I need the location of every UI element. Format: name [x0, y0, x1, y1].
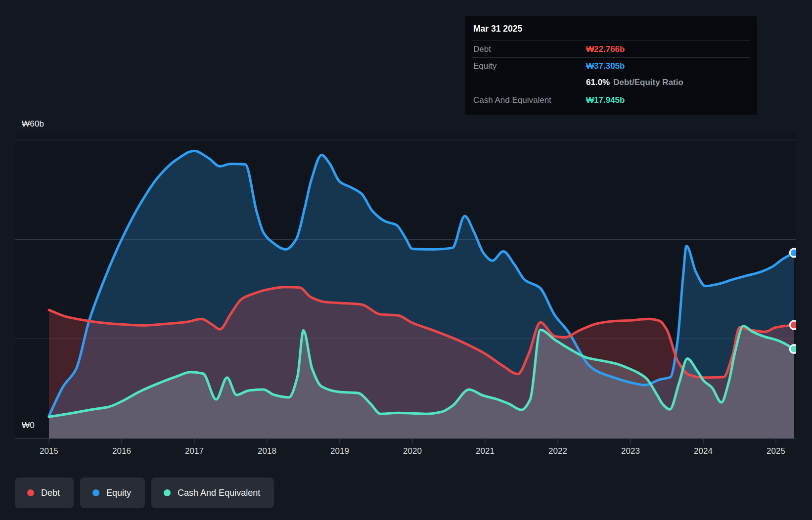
- x-axis-label-2020: 2020: [390, 446, 435, 456]
- cash-label: Cash And Equivalent: [473, 95, 586, 105]
- x-axis-label-2016: 2016: [99, 446, 144, 456]
- x-axis-label-2021: 2021: [463, 446, 507, 456]
- legend-item-cash-and-equivalent[interactable]: Cash And Equivalent: [151, 477, 274, 508]
- balance-sheet-history-chart: ₩60b ₩0 20152016201720182019202020212022…: [0, 0, 812, 520]
- legend-item-debt[interactable]: Debt: [15, 477, 74, 508]
- legend-color-dot: [27, 489, 34, 496]
- tooltip-row-debt: Debt ₩22.766b: [472, 41, 750, 58]
- x-axis-label-2024: 2024: [681, 446, 725, 456]
- legend-item-equity[interactable]: Equity: [80, 477, 145, 508]
- legend-label: Cash And Equivalent: [178, 488, 260, 498]
- x-axis-label-2022: 2022: [536, 446, 580, 456]
- tooltip-row-equity: Equity ₩37.305b: [472, 58, 750, 74]
- equity-value: ₩37.305b: [586, 61, 625, 71]
- legend-color-dot: [92, 489, 99, 496]
- equity-label: Equity: [473, 61, 586, 71]
- chart-legend: DebtEquityCash And Equivalent: [15, 477, 274, 508]
- x-axis-label-2017: 2017: [172, 446, 217, 456]
- legend-label: Equity: [106, 488, 131, 498]
- x-axis-label-2025: 2025: [754, 446, 798, 456]
- debt-equity-ratio-label: Debt/Equity Ratio: [613, 78, 683, 87]
- y-axis-zero-label: ₩0: [22, 421, 35, 431]
- debt-value: ₩22.766b: [586, 44, 625, 54]
- cash-value: ₩17.945b: [586, 95, 625, 105]
- legend-label: Debt: [41, 488, 60, 498]
- tooltip-row-ratio: 61.0% Debt/Equity Ratio: [472, 74, 750, 90]
- x-axis-label-2015: 2015: [27, 446, 71, 456]
- x-axis-label-2023: 2023: [608, 446, 653, 456]
- tooltip-date: Mar 31 2025: [472, 16, 750, 41]
- y-axis-max-label: ₩60b: [22, 119, 44, 129]
- x-axis-label-2019: 2019: [317, 446, 362, 456]
- plot-right-mask: [796, 0, 812, 520]
- debt-label: Debt: [473, 44, 586, 54]
- debt-equity-ratio-value: 61.0%: [586, 78, 610, 87]
- tooltip-row-cash: Cash And Equivalent ₩17.945b: [472, 90, 750, 110]
- chart-tooltip: Mar 31 2025 Debt ₩22.766b Equity ₩37.305…: [465, 16, 757, 115]
- x-axis-label-2018: 2018: [245, 446, 289, 456]
- legend-color-dot: [164, 489, 171, 496]
